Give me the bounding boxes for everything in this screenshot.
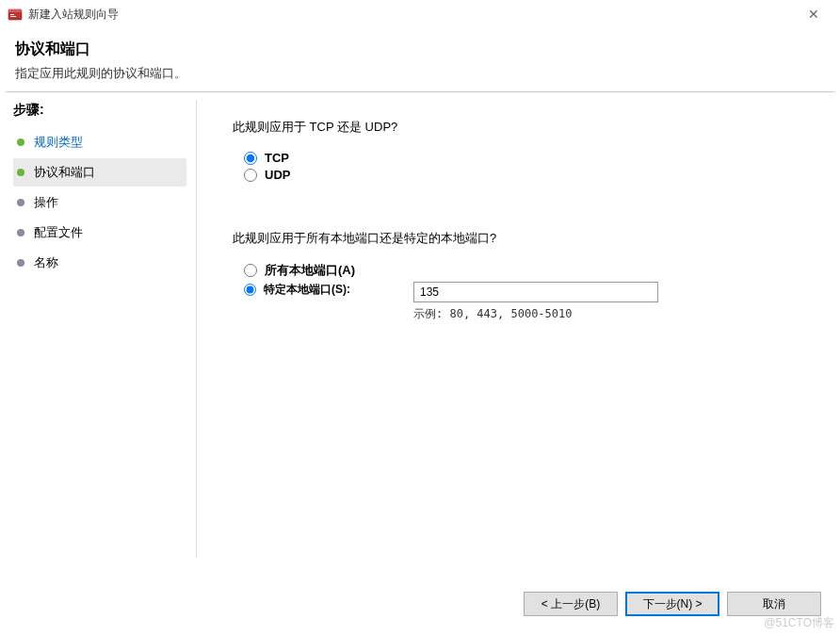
page-title: 协议和端口 bbox=[15, 40, 825, 59]
question-ports: 此规则应用于所有本地端口还是特定的本地端口? bbox=[233, 230, 812, 247]
bullet-icon bbox=[17, 138, 24, 146]
radio-all-ports-label: 所有本地端口(A) bbox=[265, 262, 355, 279]
radio-specific-ports-group[interactable]: 特定本地端口(S): bbox=[244, 282, 413, 298]
steps-heading: 步骤: bbox=[13, 102, 186, 119]
question-protocol: 此规则应用于 TCP 还是 UDP? bbox=[233, 119, 812, 136]
wizard-body: 步骤: 规则类型 协议和端口 操作 配置文件 名称 此规则应用于 TCP 还是 … bbox=[0, 96, 840, 558]
step-action[interactable]: 操作 bbox=[13, 188, 186, 217]
radio-all-ports[interactable] bbox=[244, 264, 257, 277]
step-profile[interactable]: 配置文件 bbox=[13, 219, 186, 247]
app-icon bbox=[8, 7, 23, 22]
step-name[interactable]: 名称 bbox=[13, 249, 186, 277]
radio-udp[interactable] bbox=[244, 169, 257, 182]
svg-rect-2 bbox=[10, 14, 14, 15]
bullet-icon bbox=[17, 229, 24, 236]
back-button[interactable]: < 上一步(B) bbox=[524, 592, 618, 616]
header-divider bbox=[6, 91, 834, 92]
radio-tcp-row[interactable]: TCP bbox=[244, 151, 812, 165]
port-hint: 示例: 80, 443, 5000-5010 bbox=[413, 306, 812, 322]
radio-udp-label: UDP bbox=[265, 168, 290, 182]
step-label: 操作 bbox=[34, 194, 58, 211]
wizard-footer: < 上一步(B) 下一步(N) > 取消 bbox=[524, 592, 821, 616]
steps-sidebar: 步骤: 规则类型 协议和端口 操作 配置文件 名称 bbox=[0, 96, 196, 558]
radio-specific-ports-label: 特定本地端口(S): bbox=[264, 282, 350, 298]
step-protocol-port[interactable]: 协议和端口 bbox=[13, 158, 186, 187]
bullet-icon bbox=[17, 199, 24, 206]
step-label: 协议和端口 bbox=[34, 164, 95, 181]
watermark: @51CTO博客 bbox=[764, 615, 834, 631]
port-input[interactable] bbox=[413, 282, 658, 302]
step-label: 名称 bbox=[34, 254, 58, 271]
radio-tcp[interactable] bbox=[244, 152, 257, 165]
close-icon: ✕ bbox=[808, 7, 819, 22]
titlebar: 新建入站规则向导 ✕ bbox=[0, 0, 840, 28]
bullet-icon bbox=[17, 169, 24, 176]
svg-rect-3 bbox=[10, 16, 16, 17]
step-label: 配置文件 bbox=[34, 224, 83, 241]
svg-rect-1 bbox=[8, 9, 22, 12]
radio-all-ports-row[interactable]: 所有本地端口(A) bbox=[244, 262, 812, 279]
close-button[interactable]: ✕ bbox=[795, 1, 832, 27]
step-rule-type[interactable]: 规则类型 bbox=[13, 128, 186, 156]
wizard-header: 协议和端口 指定应用此规则的协议和端口。 bbox=[0, 28, 840, 91]
window-title: 新建入站规则向导 bbox=[28, 7, 795, 23]
radio-tcp-label: TCP bbox=[265, 151, 289, 165]
page-subtitle: 指定应用此规则的协议和端口。 bbox=[15, 65, 825, 82]
radio-udp-row[interactable]: UDP bbox=[244, 168, 812, 182]
radio-specific-ports-row: 特定本地端口(S): 示例: 80, 443, 5000-5010 bbox=[244, 282, 812, 322]
next-button[interactable]: 下一步(N) > bbox=[625, 592, 719, 616]
step-label: 规则类型 bbox=[34, 134, 83, 151]
radio-specific-ports[interactable] bbox=[244, 284, 256, 296]
cancel-button[interactable]: 取消 bbox=[727, 592, 821, 616]
bullet-icon bbox=[17, 259, 24, 267]
main-content: 此规则应用于 TCP 还是 UDP? TCP UDP 此规则应用于所有本地端口还… bbox=[197, 96, 840, 558]
